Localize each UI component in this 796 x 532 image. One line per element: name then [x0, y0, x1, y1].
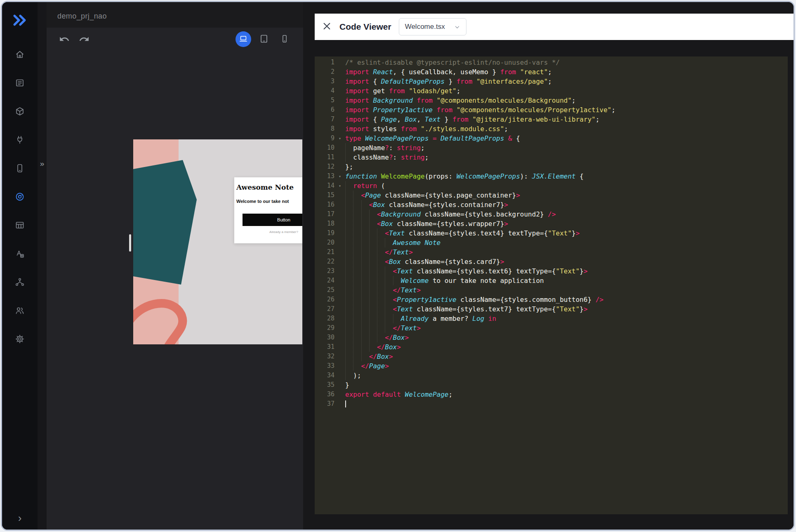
- line-number: 25: [315, 285, 334, 295]
- preview-drag-handle[interactable]: [129, 234, 131, 252]
- indent-guides: [345, 323, 393, 333]
- fold-gutter: [334, 191, 345, 200]
- fold-gutter: [334, 153, 345, 162]
- code-line: 35}: [315, 380, 788, 390]
- code-line: 4import get from "lodash/get";: [315, 86, 788, 96]
- fold-toggle-icon[interactable]: ▾: [334, 181, 345, 191]
- line-number: 11: [315, 153, 334, 162]
- indent-guides: [345, 191, 361, 200]
- code-line: 14▾return (: [315, 181, 788, 191]
- fold-gutter: [334, 86, 345, 96]
- code-line: 12};: [315, 162, 788, 172]
- indent-guides: [345, 304, 393, 314]
- device-tablet-button[interactable]: [256, 31, 272, 47]
- sidebar-item-settings[interactable]: [2, 325, 38, 353]
- sidebar-item-localization[interactable]: [2, 239, 38, 268]
- close-button[interactable]: [321, 21, 332, 32]
- page-preview: Awesome Note Welcome to our take not But…: [133, 139, 302, 344]
- fold-gutter: [334, 247, 345, 257]
- indent-guides: [345, 266, 393, 276]
- line-number: 10: [315, 143, 334, 153]
- api-icon: [15, 135, 25, 145]
- canvas: » demo_prj_nao: [38, 2, 303, 530]
- code-viewer-header: Code Viewer Welcome.tsx: [315, 14, 795, 40]
- sidebar-item-api[interactable]: [2, 125, 38, 154]
- redo-button[interactable]: [78, 33, 90, 46]
- line-number: 24: [315, 276, 334, 285]
- close-icon: [323, 22, 331, 32]
- code-lines: 1/* eslint-disable @typescript-eslint/no…: [315, 58, 788, 409]
- sidebar-item-pages[interactable]: [2, 68, 38, 97]
- code-line: 13▾function WelcomePage(props: WelcomePa…: [315, 172, 788, 181]
- sidebar-item-components[interactable]: [2, 97, 38, 125]
- indent-guides: [345, 361, 361, 371]
- device-desktop-button[interactable]: [236, 31, 251, 47]
- code-line: 36export default WelcomePage;: [315, 390, 788, 399]
- project-title: demo_prj_nao: [57, 12, 107, 21]
- text-cursor: [345, 400, 346, 407]
- device-phone-button[interactable]: [277, 31, 292, 47]
- code-line: 2import React, { useCallback, useMemo } …: [315, 67, 788, 77]
- code-line: 6import Property1active from "@component…: [315, 105, 788, 115]
- code-viewer-panel: Code Viewer Welcome.tsx 1/* eslint-disab…: [303, 2, 795, 530]
- fold-gutter: [334, 371, 345, 380]
- line-number: 27: [315, 304, 334, 314]
- members-icon: [15, 306, 25, 315]
- line-number: 13: [315, 172, 334, 181]
- fold-toggle-icon[interactable]: ▾: [334, 172, 345, 181]
- indent-guides: [345, 257, 385, 266]
- coral-curve-shape: [133, 284, 201, 344]
- fold-gutter: [334, 304, 345, 314]
- design-stage: Awesome Note Welcome to our take not But…: [47, 28, 303, 531]
- line-number: 34: [315, 371, 334, 380]
- sidebar-item-members[interactable]: [2, 296, 38, 325]
- fold-gutter: [334, 342, 345, 352]
- card-heading: Awesome Note: [236, 183, 302, 191]
- code-line: 18<Box className={styles.wrapper7}>: [315, 219, 788, 228]
- code-line: 23<Text className={styles.text6} textTyp…: [315, 266, 788, 276]
- code-line: 10pageName?: string;: [315, 143, 788, 153]
- line-number: 15: [315, 191, 334, 200]
- app-window: › » demo_prj_nao: [1, 1, 795, 531]
- panel-expand-chevron[interactable]: »: [37, 158, 47, 169]
- card-button[interactable]: Button: [243, 214, 302, 226]
- canvas-left-gutter: »: [38, 2, 47, 530]
- code-line: 33</Page>: [315, 361, 788, 371]
- sidebar-item-home[interactable]: [2, 40, 38, 68]
- indent-guides: [345, 371, 353, 380]
- code-editor[interactable]: 1/* eslint-disable @typescript-eslint/no…: [315, 56, 788, 514]
- sidebar-item-database[interactable]: [2, 211, 38, 239]
- indent-guides: [345, 276, 401, 285]
- fold-gutter: [334, 105, 345, 115]
- settings-icon: [15, 334, 25, 344]
- file-selector[interactable]: Welcome.tsx: [399, 18, 466, 35]
- fold-toggle-icon[interactable]: ▾: [334, 134, 345, 143]
- code-line: 29</Text>: [315, 323, 788, 333]
- indent-guides: [345, 219, 377, 228]
- localization-icon: [15, 249, 25, 259]
- undo-button[interactable]: [58, 33, 71, 46]
- fold-gutter: [334, 210, 345, 219]
- line-number: 37: [315, 399, 334, 409]
- sidebar-item-preview[interactable]: [2, 182, 38, 211]
- code-line: 27<Text className={styles.text7} textTyp…: [315, 304, 788, 314]
- fold-gutter: [334, 67, 345, 77]
- fold-gutter: [334, 257, 345, 266]
- sidebar-item-workflow[interactable]: [2, 268, 38, 296]
- sidebar-item-mobile[interactable]: [2, 154, 38, 182]
- line-number: 32: [315, 352, 334, 361]
- chevron-down-icon: [454, 24, 460, 30]
- code-line: 26<Property1active className={styles.com…: [315, 295, 788, 304]
- fold-gutter: [334, 323, 345, 333]
- line-number: 29: [315, 323, 334, 333]
- code-line: 7import { Page, Box, Text } from "@jiter…: [315, 115, 788, 124]
- code-line: 8import styles from "./styles.module.css…: [315, 124, 788, 134]
- fold-gutter: [334, 228, 345, 238]
- redo-icon: [79, 40, 89, 46]
- sidebar-expand-chevron[interactable]: ›: [2, 512, 38, 524]
- components-icon: [15, 106, 25, 116]
- fold-gutter: [334, 266, 345, 276]
- fold-gutter: [334, 143, 345, 153]
- mobile-icon: [15, 163, 25, 173]
- indent-guides: [345, 333, 385, 342]
